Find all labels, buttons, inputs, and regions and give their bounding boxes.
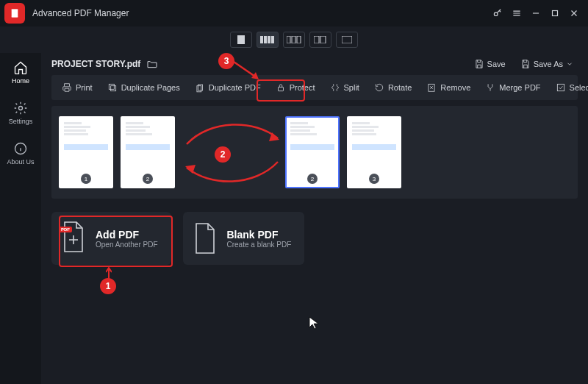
- view-mode-strip[interactable]: [257, 32, 279, 48]
- minimize-button[interactable]: [526, 4, 545, 23]
- view-mode-grid-2[interactable]: [309, 32, 331, 48]
- print-icon: [62, 82, 72, 93]
- save-button[interactable]: Save: [470, 57, 510, 71]
- svg-rect-8: [271, 36, 274, 43]
- remove-icon: [426, 82, 437, 93]
- print-button[interactable]: Print: [56, 79, 98, 96]
- svg-rect-7: [268, 36, 270, 43]
- svg-rect-21: [278, 87, 283, 90]
- add-pdf-card[interactable]: PDF Add PDF Open Another PDF: [51, 212, 171, 265]
- folder-open-icon[interactable]: [146, 58, 158, 70]
- svg-rect-14: [342, 36, 352, 43]
- sidebar-item-home[interactable]: Home: [0, 57, 41, 88]
- close-button[interactable]: [564, 4, 584, 23]
- svg-point-2: [494, 13, 498, 16]
- page-thumbnail[interactable]: 3: [347, 116, 401, 188]
- sidebar: Home Settings About Us: [0, 53, 41, 384]
- document-filename: PROJECT STORY.pdf: [51, 59, 140, 69]
- cursor-icon: [309, 316, 319, 330]
- page-number-badge: 1: [81, 174, 91, 184]
- sidebar-item-label: Settings: [9, 118, 33, 125]
- remove-button[interactable]: Remove: [420, 79, 476, 96]
- duplicate-pages-button[interactable]: Duplicate Pages: [101, 79, 186, 96]
- rotate-icon: [374, 82, 384, 93]
- sidebar-item-label: Home: [12, 77, 29, 85]
- merge-pdf-button[interactable]: Merge PDF: [479, 79, 546, 96]
- app-logo: [4, 3, 25, 24]
- split-button[interactable]: Split: [324, 79, 365, 96]
- view-mode-single[interactable]: [230, 32, 252, 48]
- svg-rect-17: [110, 86, 115, 91]
- card-subtitle: Open Another PDF: [96, 241, 158, 249]
- titlebar: Advanced PDF Manager: [0, 0, 588, 26]
- svg-rect-18: [109, 84, 114, 89]
- page-number-badge: 3: [369, 174, 379, 184]
- merge-icon: [485, 82, 495, 93]
- page-thumbnail[interactable]: 1: [59, 116, 113, 188]
- svg-rect-13: [320, 36, 326, 43]
- svg-rect-6: [264, 36, 267, 43]
- svg-rect-3: [553, 11, 558, 16]
- maximize-button[interactable]: [545, 4, 564, 23]
- save-as-button[interactable]: Save As: [516, 57, 578, 71]
- duplicate-icon: [195, 82, 205, 93]
- action-cards: PDF Add PDF Open Another PDF Blank PDF C…: [51, 212, 578, 265]
- card-title: Add PDF: [96, 229, 158, 241]
- pdf-badge: PDF: [59, 227, 72, 232]
- lock-icon: [276, 82, 286, 93]
- main-area: PROJECT STORY.pdf Save Save As Print: [41, 53, 588, 384]
- card-subtitle: Create a blank PDF: [227, 241, 292, 249]
- page-thumbnail[interactable]: 2: [121, 116, 175, 188]
- svg-rect-11: [297, 36, 301, 43]
- svg-rect-9: [287, 36, 290, 43]
- annotation-marker-3: 3: [218, 53, 234, 69]
- select-all-icon: [556, 82, 566, 93]
- svg-rect-20: [197, 86, 201, 92]
- chevron-down-icon: [566, 60, 573, 68]
- view-mode-bar: [0, 26, 588, 53]
- blank-pdf-card[interactable]: Blank PDF Create a blank PDF: [183, 212, 305, 265]
- view-mode-grid-3[interactable]: [283, 32, 305, 48]
- select-all-button[interactable]: Select All: [550, 79, 588, 96]
- sidebar-item-settings[interactable]: Settings: [0, 98, 41, 128]
- rotate-button[interactable]: Rotate: [368, 79, 417, 96]
- svg-rect-0: [11, 9, 18, 18]
- duplicate-pdf-button[interactable]: Duplicate PDF: [189, 79, 267, 96]
- svg-rect-12: [314, 36, 319, 43]
- info-icon: [13, 141, 28, 156]
- file-icon: [60, 221, 87, 253]
- annotation-marker-1: 1: [100, 278, 116, 294]
- svg-point-15: [19, 107, 23, 110]
- file-icon: [192, 222, 218, 255]
- gear-icon: [13, 101, 28, 115]
- svg-rect-5: [260, 36, 263, 43]
- copy-icon: [107, 82, 118, 93]
- svg-rect-19: [198, 85, 202, 90]
- app-title: Advanced PDF Manager: [32, 8, 129, 18]
- annotation-marker-2: 2: [215, 146, 231, 163]
- card-title: Blank PDF: [227, 229, 292, 241]
- page-number-badge: 2: [307, 174, 318, 184]
- view-mode-fit[interactable]: [336, 32, 358, 48]
- document-header: PROJECT STORY.pdf Save Save As: [51, 53, 578, 75]
- svg-rect-10: [292, 36, 295, 43]
- home-icon: [13, 60, 28, 75]
- split-icon: [330, 82, 340, 93]
- menu-icon[interactable]: [507, 4, 526, 23]
- svg-rect-23: [557, 84, 564, 90]
- sidebar-item-about[interactable]: About Us: [0, 138, 41, 168]
- toolbar: Print Duplicate Pages Duplicate PDF Prot…: [51, 75, 578, 100]
- page-thumbnail[interactable]: 2: [285, 116, 340, 188]
- page-thumbnails: 1 2 2 3: [51, 106, 578, 199]
- save-icon: [520, 59, 531, 69]
- page-number-badge: 2: [143, 174, 153, 184]
- sidebar-item-label: About Us: [7, 158, 34, 166]
- app-window: Advanced PDF Manager Home Settings: [0, 0, 588, 384]
- key-icon[interactable]: [488, 4, 507, 23]
- svg-rect-4: [237, 35, 245, 44]
- save-icon: [474, 59, 484, 69]
- protect-button[interactable]: Protect: [270, 79, 321, 96]
